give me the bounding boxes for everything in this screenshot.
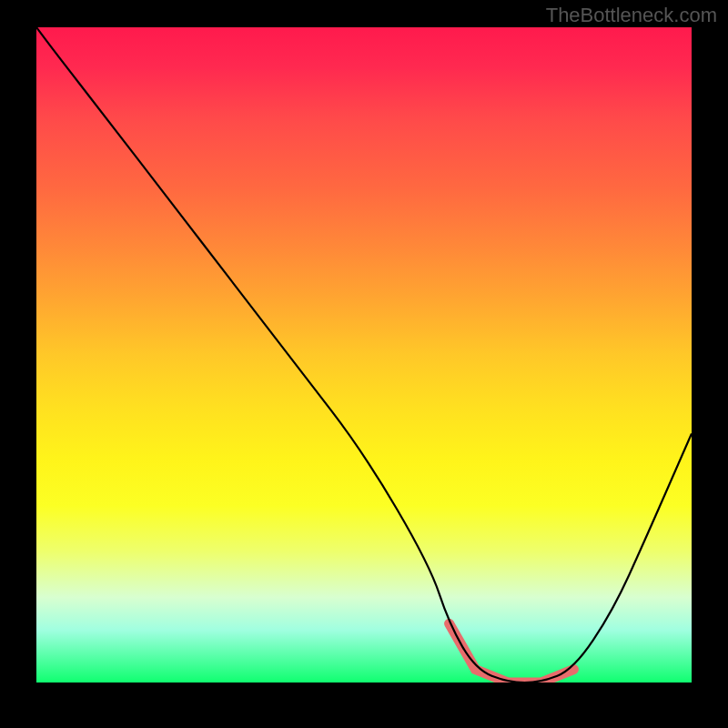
watermark-text: TheBottleneck.com <box>546 4 717 27</box>
curve-line <box>36 27 692 682</box>
chart-plot-area <box>36 27 692 682</box>
chart-svg <box>36 27 692 682</box>
highlight-segment <box>450 623 574 682</box>
